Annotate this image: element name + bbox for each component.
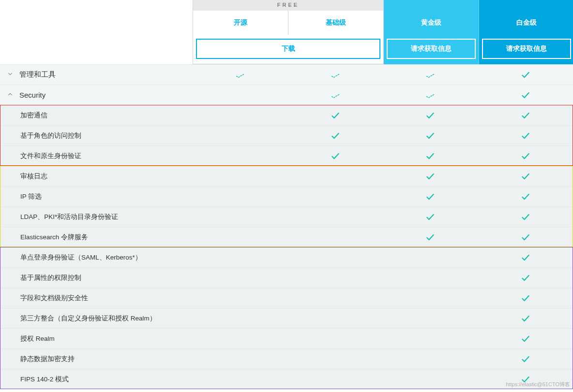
check-icon: [521, 355, 530, 362]
plan-open-source[interactable]: 开源: [193, 11, 288, 35]
pricing-table: FREE 开源 基础级 下载 黄金级 请求获取信息 白金级 请求获取信息 管理和…: [0, 0, 573, 389]
feature-label: IP 筛选: [20, 192, 42, 201]
cell: [288, 91, 383, 99]
plan-basic[interactable]: 基础级: [288, 11, 384, 35]
cell: [478, 172, 573, 181]
section-row-mgmt[interactable]: 管理和工具: [0, 64, 573, 85]
check-icon: [331, 152, 340, 159]
request-info-gold-button[interactable]: 请求获取信息: [387, 39, 476, 59]
check-icon: [425, 192, 435, 200]
cell: [288, 151, 383, 161]
check-icon: [521, 90, 530, 98]
check-icon: [521, 172, 530, 179]
check-icon: [331, 111, 340, 118]
feature-row: IP 筛选: [0, 186, 573, 206]
check-icon: [521, 131, 530, 139]
check-icon: [425, 111, 435, 118]
feature-label: 单点登录身份验证（SAML、Kerberos*）: [20, 253, 142, 262]
section-row-security[interactable]: Security: [0, 85, 573, 105]
cell: [383, 151, 478, 161]
platinum-plan-group: 白金级 请求获取信息: [479, 0, 573, 64]
cell: [288, 111, 383, 120]
feature-row: 第三方整合（自定义身份验证和授权 Realm）: [0, 308, 573, 328]
chevron-up-icon: [7, 91, 15, 99]
download-button[interactable]: 下载: [196, 39, 380, 59]
request-info-platinum-button[interactable]: 请求获取信息: [482, 39, 572, 59]
cell: [478, 90, 573, 100]
cell: [478, 354, 573, 364]
feature-label: 基于角色的访问控制: [20, 131, 81, 140]
feature-label: 第三方整合（自定义身份验证和授权 Realm）: [20, 314, 156, 323]
free-plan-group: FREE 开源 基础级 下载: [193, 0, 384, 64]
cell: [478, 70, 573, 79]
cell: [478, 111, 573, 120]
plan-gold[interactable]: 黄金级: [384, 11, 479, 35]
feature-row: 授权 Realm: [0, 328, 573, 348]
cell: [288, 71, 383, 79]
cell: [383, 111, 478, 120]
cell: [478, 131, 573, 141]
check-icon: [521, 152, 530, 159]
partial-check-icon: [425, 71, 435, 79]
feature-label: 静态数据加密支持: [20, 355, 75, 363]
cell: [478, 232, 573, 242]
partial-check-icon: [425, 91, 435, 99]
cell: [383, 91, 478, 99]
feature-label: LDAP、PKI*和活动目录身份验证: [20, 213, 118, 221]
feature-row: FIPS 140-2 模式: [0, 369, 573, 389]
check-icon: [521, 111, 530, 118]
feature-row: Elasticsearch 令牌服务: [0, 227, 573, 247]
check-icon: [521, 192, 530, 200]
cell: [478, 192, 573, 202]
cell: [478, 293, 573, 303]
header-spacer: [0, 0, 193, 64]
cell: [383, 232, 478, 242]
check-icon: [331, 131, 340, 139]
cell: [383, 131, 478, 141]
check-icon: [521, 294, 530, 301]
feature-group-yellow: 审核日志IP 筛选LDAP、PKI*和活动目录身份验证Elasticsearch…: [0, 166, 573, 247]
feature-row: 基于属性的权限控制: [0, 267, 573, 288]
cell: [383, 192, 478, 202]
cell: [478, 151, 573, 161]
feature-label: 加密通信: [20, 111, 47, 120]
feature-row: 字段和文档级别安全性: [0, 288, 573, 308]
plan-platinum[interactable]: 白金级: [479, 11, 573, 35]
cell: [383, 212, 478, 222]
check-icon: [425, 213, 435, 220]
partial-check-icon: [331, 71, 340, 79]
feature-row: 静态数据加密支持: [0, 348, 573, 369]
feature-row: 审核日志: [0, 166, 573, 186]
feature-label: FIPS 140-2 模式: [20, 375, 69, 384]
check-icon: [521, 253, 530, 261]
feature-label: 字段和文档级别安全性: [20, 294, 88, 303]
cell: [478, 253, 573, 262]
chevron-down-icon: [7, 71, 15, 79]
check-icon: [521, 213, 530, 220]
feature-label: 授权 Realm: [20, 334, 55, 343]
cell: [383, 172, 478, 181]
cell: [383, 71, 478, 79]
feature-row: 加密通信: [0, 105, 573, 125]
check-icon: [425, 233, 435, 240]
check-icon: [425, 172, 435, 179]
watermark: https://elastic@51CTO博客: [506, 381, 570, 388]
check-icon: [521, 334, 530, 342]
header-row: FREE 开源 基础级 下载 黄金级 请求获取信息 白金级 请求获取信息: [0, 0, 573, 64]
cell: [478, 314, 573, 323]
check-icon: [521, 314, 530, 321]
gold-plan-group: 黄金级 请求获取信息: [384, 0, 479, 64]
feature-row: 文件和原生身份验证: [0, 145, 573, 166]
partial-check-icon: [331, 91, 340, 99]
cell: [288, 131, 383, 141]
feature-row: LDAP、PKI*和活动目录身份验证: [0, 206, 573, 227]
feature-label: 文件和原生身份验证: [20, 152, 81, 160]
cell: [478, 334, 573, 344]
feature-row: 基于角色的访问控制: [0, 125, 573, 145]
check-icon: [425, 152, 435, 159]
check-icon: [425, 131, 435, 139]
section-label: 管理和工具: [19, 70, 56, 79]
feature-group-purple: 单点登录身份验证（SAML、Kerberos*）基于属性的权限控制字段和文档级别…: [0, 247, 573, 389]
feature-label: 基于属性的权限控制: [20, 274, 81, 282]
feature-group-red: 加密通信基于角色的访问控制文件和原生身份验证: [0, 105, 573, 166]
